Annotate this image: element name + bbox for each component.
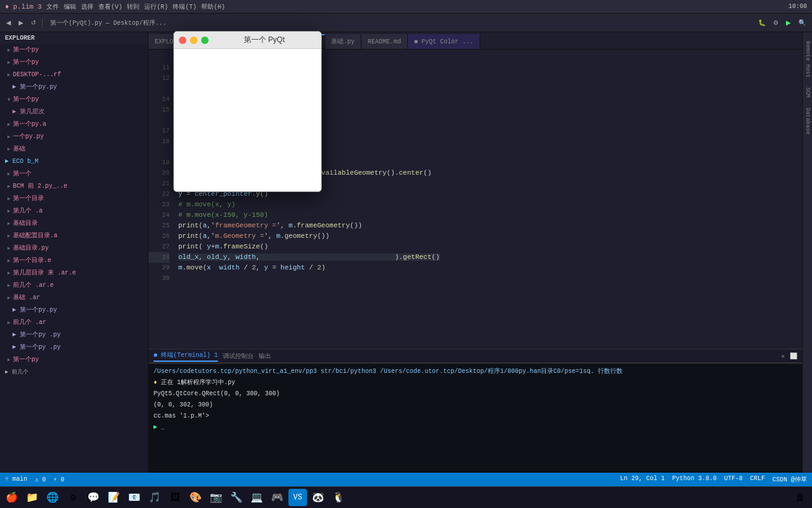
taskbar-icon-mail[interactable]: 📧 bbox=[125, 489, 144, 506]
taskbar-icon-paint[interactable]: 🎨 bbox=[186, 489, 205, 506]
menu-run[interactable]: 运行(R) bbox=[144, 2, 168, 11]
sidebar-item[interactable]: ▶ 基础目录.py bbox=[0, 242, 148, 255]
taskbar-icon-finder[interactable]: 🍎 bbox=[2, 489, 21, 506]
sidebar-item[interactable]: ▶ 基础目录 bbox=[0, 217, 148, 230]
encoding[interactable]: UTF-8 bbox=[724, 475, 743, 484]
sidebar-item[interactable]: ► 第一个py .py bbox=[0, 329, 148, 341]
csdn-user: CSDN @仲草 bbox=[772, 475, 807, 484]
sidebar-item[interactable]: ▶ 基础配置目录.a bbox=[0, 230, 148, 242]
menu-selection[interactable]: 选择 bbox=[81, 2, 93, 11]
tab-basic[interactable]: 基础.py bbox=[325, 34, 361, 49]
sys-time: 10:08 bbox=[788, 3, 807, 10]
menu-view[interactable]: 查看(V) bbox=[98, 2, 122, 11]
status-bar: ⑂ main ⚠ 0 ⚡ 0 Ln 29, Col 1 Python 3.8.0… bbox=[0, 473, 812, 486]
taskbar-icon-files[interactable]: 📁 bbox=[23, 489, 41, 506]
right-panel-scm[interactable]: SCM bbox=[803, 85, 812, 100]
terminal-max[interactable]: ⬜ bbox=[790, 353, 797, 360]
search-button[interactable]: 🔍 bbox=[796, 18, 808, 27]
taskbar-icon-vscode[interactable]: VS bbox=[288, 489, 307, 506]
taskbar-icon-game[interactable]: 🎮 bbox=[268, 489, 287, 506]
line-numbers: 11 12 14 15 17 18 19 20 21 22 23 24 25 2… bbox=[149, 50, 173, 349]
sidebar-item[interactable]: ▶ 第一个py bbox=[0, 44, 148, 56]
menu-file[interactable]: 文件 bbox=[46, 2, 59, 11]
back-button[interactable]: ◀ bbox=[4, 18, 14, 27]
sidebar-item[interactable]: ▶ 第一个目录.e bbox=[0, 255, 148, 267]
python-version[interactable]: Python 3.8.0 bbox=[672, 475, 717, 484]
toolbar: ◀ ▶ ↺ 第一个(PyQt).py — Desktop/程序... 🐛 ⚙ ▶… bbox=[0, 14, 812, 32]
taskbar-icon-chat[interactable]: 💬 bbox=[84, 489, 103, 506]
terminal-line: cc.mas '1.p.M'> bbox=[153, 411, 797, 422]
menu-help[interactable]: 帮助(H) bbox=[201, 2, 225, 11]
right-panel: Remote Host SCM Database bbox=[802, 32, 812, 477]
terminal-tab-3[interactable]: 输出 bbox=[259, 352, 271, 361]
sidebar-item[interactable]: ▶ 前几个 .ar bbox=[0, 317, 148, 329]
line-ending[interactable]: CRLF bbox=[750, 475, 765, 484]
tab-color[interactable]: ■ PyQt Color ... bbox=[408, 34, 480, 49]
sidebar-item[interactable]: ▶ 前几个 .ar.e bbox=[0, 279, 148, 292]
settings-button[interactable]: ⚙ bbox=[771, 18, 781, 27]
forward-button[interactable]: ▶ bbox=[16, 18, 26, 27]
taskbar-icon-notes[interactable]: 📝 bbox=[105, 489, 123, 506]
taskbar-icon-qq[interactable]: 🐧 bbox=[329, 489, 348, 506]
pyqt-window: 第一个 PyQt bbox=[173, 31, 322, 192]
taskbar-icon-camera[interactable]: 📷 bbox=[207, 489, 225, 506]
sidebar-item[interactable]: ▶ 第一个py bbox=[0, 354, 148, 366]
cursor-position: Ln 29, Col 1 bbox=[620, 475, 665, 484]
system-bar-left: ♦ p.lim 3 文件 编辑 选择 查看(V) 转到 运行(R) 终端(T) … bbox=[5, 2, 225, 11]
sidebar-item[interactable]: ► 第几层次 bbox=[0, 106, 148, 118]
refresh-button[interactable]: ↺ bbox=[28, 18, 38, 27]
system-bar-right: 10:08 bbox=[788, 3, 807, 10]
taskbar-icon-weixin[interactable]: 🐼 bbox=[309, 489, 327, 506]
pyqt-minimize-button[interactable] bbox=[190, 37, 197, 44]
terminal[interactable]: /Users/codetutors.tcp/python_virt_a1_env… bbox=[149, 362, 802, 477]
sidebar-item[interactable]: ▶ 第一个 bbox=[0, 168, 148, 180]
sidebar-item[interactable]: ► 第一个py.py bbox=[0, 81, 148, 94]
sidebar-item[interactable]: ▶ BCM 前 2.py_..e bbox=[0, 180, 148, 193]
run-button[interactable]: ▶ bbox=[784, 18, 793, 27]
taskbar-icon-terminal[interactable]: 💻 bbox=[248, 489, 266, 506]
sidebar-item[interactable]: ► 第一个py .py bbox=[0, 341, 148, 354]
main-layout: EXPLORER ▶ 第一个py ▶ 第一个py ▶ DESKTOP-...rf… bbox=[0, 32, 812, 477]
sidebar-item[interactable]: ▶ 一个py.py bbox=[0, 131, 148, 143]
taskbar-icon-photos[interactable]: 🖼 bbox=[166, 489, 184, 506]
status-left: ⑂ main ⚠ 0 ⚡ 0 bbox=[5, 476, 64, 483]
menu-terminal[interactable]: 终端(T) bbox=[173, 2, 196, 11]
terminal-line: PyQt5.QtCore.QRect(0, 0, 300, 300) bbox=[153, 388, 797, 400]
sidebar-item[interactable]: ▶ 第几个 .a bbox=[0, 205, 148, 217]
right-panel-remote[interactable]: Remote Host bbox=[803, 38, 812, 80]
error-count[interactable]: ⚠ 0 bbox=[35, 476, 46, 483]
sidebar-header: EXPLORER bbox=[0, 32, 148, 44]
terminal-line: (0, 0, 302, 300) bbox=[153, 400, 797, 411]
taskbar-icon-trash[interactable]: 🗑 bbox=[791, 489, 810, 506]
terminal-header: ■ 终端(Terminal) 1 调试控制台 输出 ✕ ⬜ bbox=[149, 349, 802, 362]
taskbar-icon-settings[interactable]: ⚙ bbox=[64, 489, 82, 506]
sidebar-item[interactable]: ▶ 第一个py bbox=[0, 56, 148, 69]
taskbar-icon-tools[interactable]: 🔧 bbox=[227, 489, 246, 506]
pyqt-maximize-button[interactable] bbox=[201, 37, 209, 44]
sidebar-item[interactable]: ▶ 第一个py.a bbox=[0, 118, 148, 131]
sidebar-item[interactable]: ► 前几个 bbox=[0, 366, 148, 379]
tab-readme[interactable]: README.md bbox=[361, 34, 408, 49]
menu-goto[interactable]: 转到 bbox=[127, 2, 139, 11]
terminal-area: ■ 终端(Terminal) 1 调试控制台 输出 ✕ ⬜ /Users/cod… bbox=[149, 349, 802, 477]
git-branch[interactable]: ⑂ main bbox=[5, 476, 27, 483]
sidebar-item[interactable]: ▶ 基础 bbox=[0, 143, 148, 155]
terminal-line: ♦ 正在 1解析程序学习中.py bbox=[153, 377, 797, 388]
sidebar-item[interactable]: ► ECO b_M bbox=[0, 155, 148, 168]
sidebar-item[interactable]: ▼ 第一个py bbox=[0, 94, 148, 106]
sidebar-item[interactable]: ▶ 基础 .ar bbox=[0, 292, 148, 304]
terminal-tab[interactable]: ■ 终端(Terminal) 1 bbox=[153, 351, 218, 362]
taskbar-icon-music[interactable]: 🎵 bbox=[145, 489, 164, 506]
sidebar-item[interactable]: ► 第一个py.py bbox=[0, 304, 148, 317]
pyqt-close-button[interactable] bbox=[179, 37, 186, 44]
terminal-close[interactable]: ✕ bbox=[781, 353, 785, 360]
sidebar-item[interactable]: ▶ 第几层目录 来 .ar.e bbox=[0, 267, 148, 279]
sidebar-item[interactable]: ▶ 第一个目录 bbox=[0, 193, 148, 205]
taskbar-icon-browser[interactable]: 🌐 bbox=[43, 489, 62, 506]
debug-button[interactable]: 🐛 bbox=[756, 18, 768, 27]
right-panel-db[interactable]: Database bbox=[803, 105, 812, 137]
sidebar-item[interactable]: ▶ DESKTOP-...rf bbox=[0, 69, 148, 81]
menu-edit[interactable]: 编辑 bbox=[64, 2, 76, 11]
warning-count[interactable]: ⚡ 0 bbox=[53, 476, 64, 483]
terminal-tab-2[interactable]: 调试控制台 bbox=[223, 352, 254, 361]
